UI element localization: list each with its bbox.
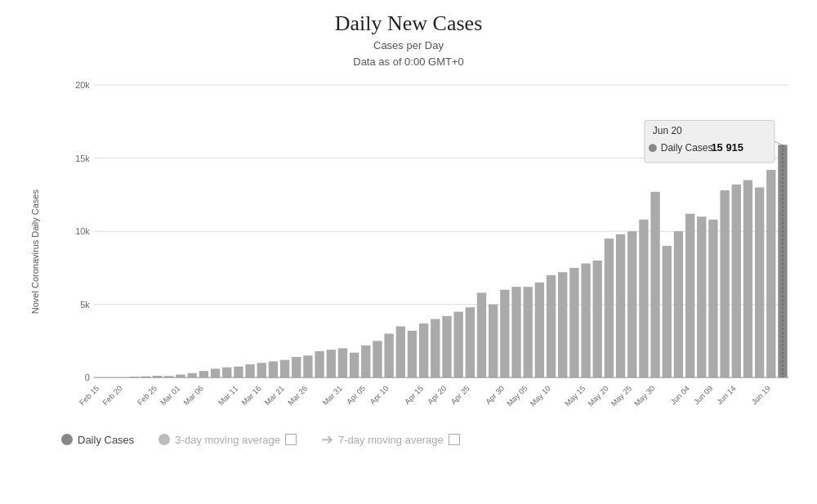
svg-text:0: 0 — [85, 372, 90, 382]
yaxis-label: Novel Coronavirus Daily Cases — [30, 190, 40, 314]
svg-rect-48 — [535, 283, 544, 377]
svg-text:Apr 30: Apr 30 — [484, 384, 506, 406]
svg-rect-24 — [257, 363, 266, 377]
legend-daily-cases: Daily Cases — [61, 434, 134, 446]
chart-title: Daily New Cases — [16, 11, 801, 36]
svg-rect-57 — [639, 220, 648, 377]
svg-rect-21 — [222, 368, 231, 378]
main-chart-svg: 05k10k15k20kFeb 15Feb 20Feb 25Mar 01Mar … — [57, 76, 797, 427]
svg-rect-49 — [547, 275, 556, 377]
svg-text:Mar 16: Mar 16 — [239, 384, 263, 408]
svg-rect-51 — [569, 268, 578, 377]
svg-rect-62 — [697, 216, 706, 377]
svg-text:Mar 01: Mar 01 — [158, 384, 182, 408]
legend-checkbox-7day[interactable] — [449, 434, 460, 445]
svg-rect-44 — [489, 305, 498, 378]
svg-point-100 — [649, 144, 657, 152]
svg-text:Mar 26: Mar 26 — [286, 384, 310, 408]
svg-rect-46 — [511, 287, 520, 377]
svg-rect-19 — [199, 371, 208, 377]
svg-rect-39 — [431, 319, 440, 378]
svg-text:Jun 09: Jun 09 — [692, 384, 715, 407]
svg-rect-68 — [766, 170, 775, 377]
svg-text:Feb 25: Feb 25 — [136, 384, 159, 408]
svg-rect-63 — [708, 220, 717, 377]
svg-text:May 15: May 15 — [563, 384, 587, 408]
svg-text:May 20: May 20 — [586, 384, 610, 408]
svg-rect-33 — [361, 346, 370, 377]
svg-text:10k: 10k — [75, 226, 90, 236]
svg-rect-55 — [616, 234, 625, 377]
svg-rect-58 — [650, 192, 659, 377]
svg-rect-29 — [315, 351, 324, 377]
svg-rect-45 — [500, 290, 509, 377]
svg-text:Apr 05: Apr 05 — [345, 384, 367, 406]
svg-rect-31 — [338, 348, 347, 377]
svg-rect-40 — [442, 316, 451, 377]
svg-rect-43 — [477, 292, 486, 377]
svg-text:May 05: May 05 — [505, 384, 529, 408]
svg-rect-28 — [303, 355, 312, 377]
svg-rect-56 — [627, 231, 636, 377]
svg-text:Mar 11: Mar 11 — [217, 384, 240, 408]
svg-rect-64 — [720, 190, 729, 377]
svg-text:Apr 25: Apr 25 — [449, 384, 471, 406]
svg-text:Apr 10: Apr 10 — [368, 384, 390, 406]
svg-rect-22 — [234, 367, 243, 377]
svg-rect-17 — [176, 375, 185, 378]
legend-3day: 3-day moving average — [158, 434, 297, 446]
svg-rect-54 — [605, 239, 614, 377]
svg-rect-47 — [524, 287, 533, 377]
svg-rect-61 — [685, 214, 694, 377]
svg-text:Apr 15: Apr 15 — [403, 384, 425, 406]
svg-rect-52 — [581, 264, 590, 378]
svg-text:May 10: May 10 — [528, 384, 552, 408]
svg-text:Jun 19: Jun 19 — [749, 384, 772, 407]
legend-checkbox-3day[interactable] — [285, 434, 297, 445]
svg-rect-27 — [292, 357, 301, 377]
svg-text:5k: 5k — [80, 300, 90, 310]
svg-text:Jun 20: Jun 20 — [653, 125, 682, 136]
svg-rect-41 — [453, 312, 462, 378]
legend-7day: ➔ 7-day moving average — [321, 432, 460, 447]
svg-rect-35 — [384, 333, 393, 377]
svg-text:Jun 14: Jun 14 — [715, 384, 738, 407]
svg-text:Feb 15: Feb 15 — [78, 384, 101, 408]
svg-rect-42 — [466, 307, 475, 377]
svg-text:May 25: May 25 — [609, 384, 633, 408]
svg-text:Mar 06: Mar 06 — [181, 384, 205, 408]
svg-rect-26 — [280, 360, 289, 377]
svg-rect-25 — [269, 361, 278, 377]
svg-text:15 915: 15 915 — [711, 141, 743, 154]
svg-rect-66 — [743, 180, 752, 377]
svg-rect-30 — [327, 350, 336, 377]
svg-rect-65 — [732, 185, 741, 377]
svg-text:Apr 20: Apr 20 — [426, 384, 448, 406]
svg-rect-59 — [663, 246, 672, 377]
svg-rect-53 — [593, 261, 602, 377]
svg-rect-37 — [408, 331, 417, 377]
svg-line-98 — [775, 141, 783, 145]
legend: Daily Cases 3-day moving average ➔ 7-day… — [16, 432, 801, 447]
svg-rect-20 — [211, 368, 220, 377]
svg-text:May 30: May 30 — [632, 384, 657, 408]
svg-rect-18 — [188, 373, 197, 377]
svg-text:20k: 20k — [75, 80, 90, 90]
svg-rect-38 — [419, 323, 428, 377]
svg-rect-60 — [674, 231, 683, 377]
svg-rect-67 — [755, 187, 764, 377]
svg-text:Jun 04: Jun 04 — [668, 384, 691, 407]
legend-dot-daily — [61, 434, 73, 445]
legend-arrow-7day: ➔ — [321, 432, 333, 447]
svg-rect-36 — [396, 326, 405, 377]
svg-text:Feb 20: Feb 20 — [100, 384, 124, 408]
svg-text:15k: 15k — [75, 154, 90, 163]
legend-dot-3day — [158, 434, 170, 445]
svg-rect-32 — [350, 353, 359, 377]
svg-text:Daily Cases:: Daily Cases: — [661, 142, 716, 154]
chart-subtitle: Cases per Day Data as of 0:00 GMT+0 — [16, 38, 801, 69]
chart-container: Daily New Cases Cases per Day Data as of… — [0, 0, 817, 504]
svg-text:Mar 31: Mar 31 — [320, 384, 344, 408]
svg-rect-23 — [245, 364, 254, 377]
svg-rect-34 — [373, 341, 382, 377]
